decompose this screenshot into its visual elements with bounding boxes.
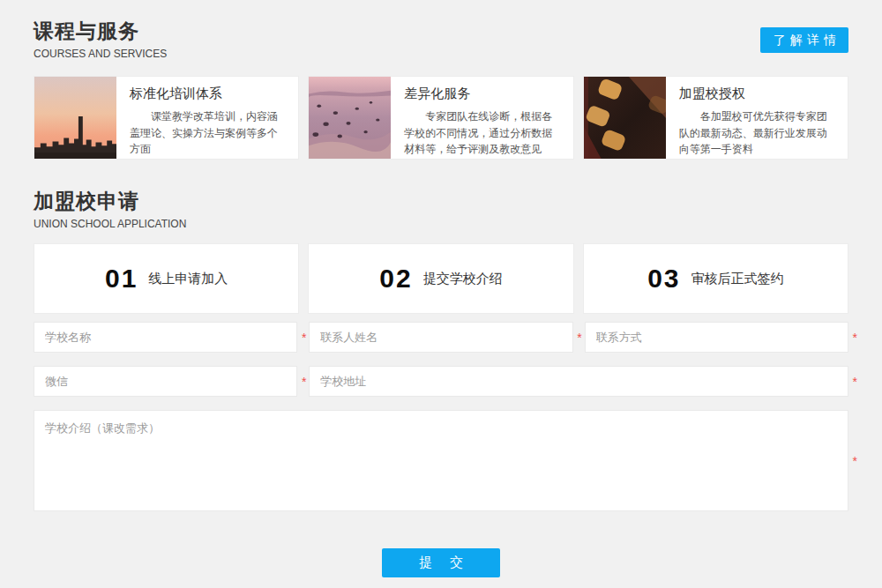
application-steps-row: 01 线上申请加入 02 提交学校介绍 03 审核后正式签约	[34, 243, 848, 314]
required-asterisk: *	[302, 331, 306, 344]
learn-more-button[interactable]: 了解详情	[760, 27, 848, 53]
wechat-input[interactable]	[34, 366, 297, 397]
course-cards-row: 标准化培训体系 课堂教学改革培训，内容涵盖理论、实操方法与案例等多个方面	[34, 76, 848, 160]
step-submit-intro: 02 提交学校介绍	[308, 243, 573, 314]
step-label: 提交学校介绍	[423, 271, 503, 287]
application-subtitle: UNION SCHOOL APPLICATION	[34, 218, 848, 230]
film-strip-photo	[584, 77, 666, 159]
card-text: 加盟校授权 各加盟校可优先获得专家团队的最新动态、最新行业发展动向等第一手资料	[666, 77, 848, 159]
course-card-franchise-authorization: 加盟校授权 各加盟校可优先获得专家团队的最新动态、最新行业发展动向等第一手资料	[583, 76, 848, 160]
school-name-input[interactable]	[34, 322, 297, 353]
step-sign-contract: 03 审核后正式签约	[583, 243, 848, 314]
card-description: 课堂教学改革培训，内容涵盖理论、实操方法与案例等多个方面	[130, 108, 288, 158]
courses-title: 课程与服务	[34, 18, 848, 45]
card-title: 差异化服务	[404, 86, 562, 102]
step-label: 审核后正式签约	[691, 271, 784, 287]
desert-dusk-photo	[309, 77, 391, 159]
contact-name-field: *	[309, 322, 572, 353]
card-text: 差异化服务 专家团队在线诊断，根据各学校的不同情况，通过分析数据材料等，给予评测…	[391, 77, 572, 159]
school-intro-field: *	[34, 410, 848, 511]
required-asterisk: *	[853, 331, 857, 344]
wechat-field: *	[34, 366, 297, 397]
submit-row: 提 交	[34, 548, 848, 577]
step-number: 01	[105, 264, 138, 294]
contact-name-input[interactable]	[309, 322, 572, 353]
page-root: 课程与服务 COURSES AND SERVICES 了解详情	[0, 0, 882, 577]
school-address-field: *	[309, 366, 848, 397]
card-text: 标准化培训体系 课堂教学改革培训，内容涵盖理论、实操方法与案例等多个方面	[116, 77, 298, 159]
school-intro-textarea[interactable]	[34, 410, 848, 511]
course-card-standardized-training: 标准化培训体系 课堂教学改革培训，内容涵盖理论、实操方法与案例等多个方面	[34, 76, 299, 160]
application-title: 加盟校申请	[34, 188, 848, 215]
step-number: 03	[647, 264, 680, 294]
card-title: 标准化培训体系	[130, 86, 288, 102]
city-skyline-sunset-photo	[34, 77, 116, 159]
application-section-header: 加盟校申请 UNION SCHOOL APPLICATION	[34, 188, 848, 230]
required-asterisk: *	[577, 331, 581, 344]
application-section: 加盟校申请 UNION SCHOOL APPLICATION 01 线上申请加入…	[34, 188, 848, 577]
card-description: 各加盟校可优先获得专家团队的最新动态、最新行业发展动向等第一手资料	[679, 108, 837, 158]
required-asterisk: *	[853, 376, 857, 388]
card-description: 专家团队在线诊断，根据各学校的不同情况，通过分析数据材料等，给予评测及教改意见	[404, 108, 562, 158]
courses-subtitle: COURSES AND SERVICES	[34, 48, 848, 60]
course-card-differentiated-service: 差异化服务 专家团队在线诊断，根据各学校的不同情况，通过分析数据材料等，给予评测…	[308, 76, 573, 160]
school-address-input[interactable]	[309, 366, 848, 397]
step-number: 02	[379, 264, 412, 294]
required-asterisk: *	[853, 455, 857, 467]
step-label: 线上申请加入	[148, 271, 228, 287]
contact-method-field: *	[585, 322, 848, 353]
card-title: 加盟校授权	[679, 86, 837, 102]
courses-section: 课程与服务 COURSES AND SERVICES 了解详情	[34, 18, 848, 160]
submit-button[interactable]: 提 交	[382, 548, 500, 577]
application-form: * * * * * *	[34, 322, 848, 511]
courses-section-header: 课程与服务 COURSES AND SERVICES 了解详情	[34, 18, 848, 60]
contact-method-input[interactable]	[585, 322, 848, 353]
required-asterisk: *	[302, 376, 306, 388]
step-apply-online: 01 线上申请加入	[34, 243, 299, 314]
school-name-field: *	[34, 322, 297, 353]
